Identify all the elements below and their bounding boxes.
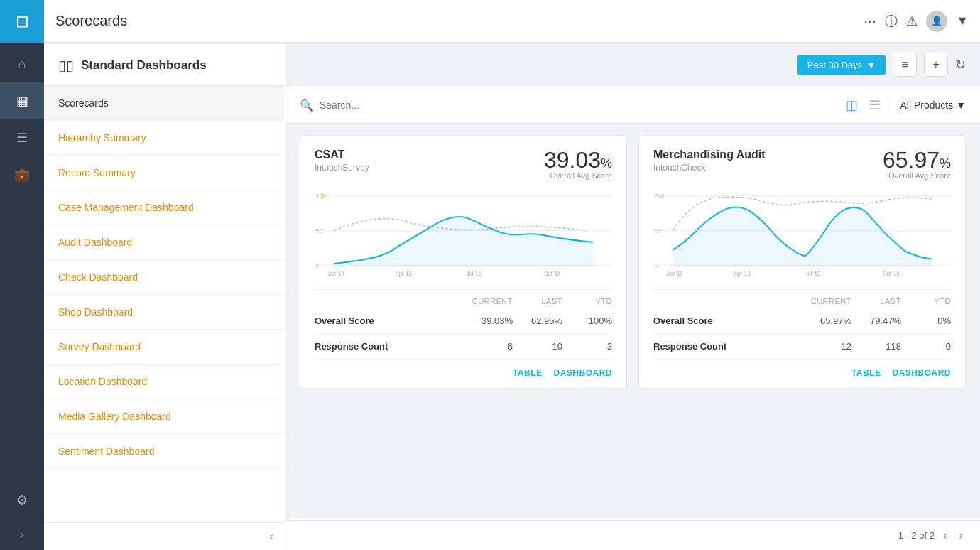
dashboard-button-csat[interactable]: DASHBOARD	[554, 368, 613, 378]
svg-text:0: 0	[316, 261, 320, 269]
sidebar-label-audit: Audit Dashboard	[58, 237, 132, 248]
period-button[interactable]: Past 30 Days ▼	[797, 55, 886, 75]
table-button-merch[interactable]: TABLE	[851, 368, 881, 378]
notification-icon[interactable]: ⚠	[906, 14, 918, 29]
avatar[interactable]: 👤	[926, 11, 947, 32]
list-icon: ☰	[16, 130, 28, 146]
sidebar-collapse-button[interactable]: ‹	[44, 522, 285, 550]
logo-area: ◻	[0, 0, 44, 43]
search-row: 🔍 ◫ ☰ All Products ▼	[285, 87, 980, 124]
sidebar-item-audit-dashboard[interactable]: Audit Dashboard	[44, 225, 285, 260]
page-title: Scorecards	[55, 13, 864, 29]
stats-current-overall-csat: 39.03%	[449, 316, 513, 326]
card-actions-merch: TABLE DASHBOARD	[653, 360, 951, 378]
header-icons: ⋯ ⓘ ⚠ 👤 ▼	[864, 11, 969, 32]
sidebar-item-media-gallery[interactable]: Media Gallery Dashboard	[44, 399, 285, 434]
home-icon: ⌂	[18, 57, 26, 72]
card-chart-merch: 100 50 0 Jan '19 Apr '19	[653, 188, 951, 281]
sidebar-item-briefcase[interactable]: 💼	[0, 156, 44, 193]
avatar-chevron-icon[interactable]: ▼	[956, 14, 969, 28]
sidebar-label-hierarchy: Hierarchy Summary	[58, 132, 146, 144]
refresh-button[interactable]: ↻	[955, 57, 966, 72]
briefcase-icon: 💼	[14, 167, 30, 183]
sidebar-label-survey: Survey Dashboard	[58, 341, 141, 352]
sidebar-label-record: Record Summary	[58, 167, 136, 178]
card-score-merch: 65.97% Overall Avg Score	[883, 149, 951, 180]
sidebar-item-gear[interactable]: ⚙	[0, 482, 44, 519]
period-chevron-icon: ▼	[866, 60, 876, 70]
card-score-csat: 39.03% Overall Avg Score	[544, 149, 612, 180]
sidebar-item-case-management[interactable]: Case Management Dashboard	[44, 190, 285, 225]
stats-ytd-overall-csat: 100%	[562, 316, 612, 326]
list-view-button[interactable]: ☰	[866, 95, 883, 116]
sidebar-item-shop-dashboard[interactable]: Shop Dashboard	[44, 295, 285, 330]
stats-row-count-csat: Response Count 6 10 3	[315, 334, 612, 360]
stats-ytd-count-merch: 0	[901, 341, 951, 352]
card-info-csat: CSAT IntouchSurvey	[315, 149, 369, 173]
refresh-icon: ↻	[955, 58, 966, 72]
dashboard-button-merch[interactable]: DASHBOARD	[893, 368, 952, 378]
stats-label-count-csat: Response Count	[315, 341, 449, 352]
sidebar-item-list[interactable]: ☰	[0, 119, 44, 156]
stats-current-count-merch: 12	[788, 341, 851, 352]
grid-icon[interactable]: ⋯	[864, 14, 876, 29]
period-label: Past 30 Days	[807, 60, 862, 70]
stats-row-count-merch: Response Count 12 118 0	[653, 334, 951, 360]
svg-text:50: 50	[655, 227, 661, 234]
card-subtitle-csat: IntouchSurvey	[315, 163, 369, 173]
scorecard-csat: CSAT IntouchSurvey 39.03% Overall Avg Sc…	[300, 135, 627, 389]
help-icon[interactable]: ⓘ	[885, 13, 898, 30]
svg-text:Oct '19: Oct '19	[544, 271, 560, 278]
sidebar-item-scorecards[interactable]: Scorecards	[44, 86, 285, 121]
avatar-icon: 👤	[931, 16, 942, 26]
main-wrapper: Scorecards ⋯ ⓘ ⚠ 👤 ▼ ▯▯ Standard Dashboa…	[44, 0, 980, 550]
search-input[interactable]	[320, 99, 836, 111]
card-title-csat: CSAT	[315, 149, 369, 161]
sidebar-item-check-dashboard[interactable]: Check Dashboard	[44, 260, 285, 295]
sidebar-item-sentiment-dashboard[interactable]: Sentiment Dashboard	[44, 434, 285, 469]
card-score-value-csat: 39.03%	[544, 149, 612, 171]
content-area: Past 30 Days ▼ ≡ + ↻ 🔍	[285, 43, 980, 550]
stats-current-overall-merch: 65.97%	[788, 316, 851, 326]
pagination-row: 1 - 2 of 2 ‹ ›	[285, 520, 980, 550]
filter-button[interactable]: ≡	[893, 53, 917, 77]
scorecard-merchandising: Merchandising Audit IntouchCheck 65.97% …	[638, 135, 966, 389]
card-stats-merch: CURRENT LAST YTD Overall Score 65.97% 79…	[653, 289, 951, 360]
chart-svg-merch: 100 50 0 Jan '19 Apr '19	[653, 188, 951, 281]
icon-bar-bottom: ⚙ ›	[0, 482, 44, 550]
sidebar-label-media: Media Gallery Dashboard	[58, 411, 171, 422]
svg-text:Jul '19: Jul '19	[467, 271, 481, 278]
card-actions-csat: TABLE DASHBOARD	[315, 360, 612, 378]
sidebar-item-location-dashboard[interactable]: Location Dashboard	[44, 365, 285, 399]
sidebar-item-record-summary[interactable]: Record Summary	[44, 156, 285, 190]
logo-icon: ◻	[16, 12, 28, 31]
stats-header-merch: CURRENT LAST YTD	[653, 294, 951, 308]
svg-text:Apr '19: Apr '19	[734, 271, 751, 278]
expand-icon-bar-button[interactable]: ›	[0, 519, 44, 550]
svg-text:Jan '19: Jan '19	[666, 271, 683, 278]
stats-row-overall-csat: Overall Score 39.03% 62.95% 100%	[315, 308, 612, 334]
products-chevron-icon: ▼	[956, 99, 966, 111]
svg-text:100: 100	[655, 192, 665, 200]
table-button-csat[interactable]: TABLE	[513, 368, 543, 378]
prev-page-button[interactable]: ‹	[940, 528, 950, 543]
top-header: Scorecards ⋯ ⓘ ⚠ 👤 ▼	[44, 0, 980, 43]
card-chart-csat: 100 50 0 Jan '19 Apr '19	[315, 188, 612, 281]
next-page-button[interactable]: ›	[956, 528, 966, 543]
sidebar-item-home[interactable]: ⌂	[0, 45, 44, 82]
products-dropdown[interactable]: All Products ▼	[891, 99, 966, 111]
grid-view-button[interactable]: ◫	[843, 95, 861, 116]
card-top-csat: CSAT IntouchSurvey 39.03% Overall Avg Sc…	[315, 149, 612, 180]
content-row: ▯▯ Standard Dashboards Scorecards Hierar…	[44, 43, 980, 550]
stats-label-overall-csat: Overall Score	[315, 316, 449, 326]
sidebar-title: Standard Dashboards	[81, 58, 207, 72]
toolbar-row: Past 30 Days ▼ ≡ + ↻	[285, 43, 980, 87]
stats-last-count-csat: 10	[513, 341, 562, 352]
chevron-right-icon: ›	[21, 529, 24, 540]
sidebar-item-survey-dashboard[interactable]: Survey Dashboard	[44, 330, 285, 365]
chart-icon: ▦	[16, 93, 28, 109]
sidebar-item-chart[interactable]: ▦	[0, 82, 44, 119]
sidebar-item-hierarchy-summary[interactable]: Hierarchy Summary	[44, 121, 285, 156]
add-button[interactable]: +	[924, 53, 948, 77]
sidebar-label-shop: Shop Dashboard	[58, 306, 133, 318]
